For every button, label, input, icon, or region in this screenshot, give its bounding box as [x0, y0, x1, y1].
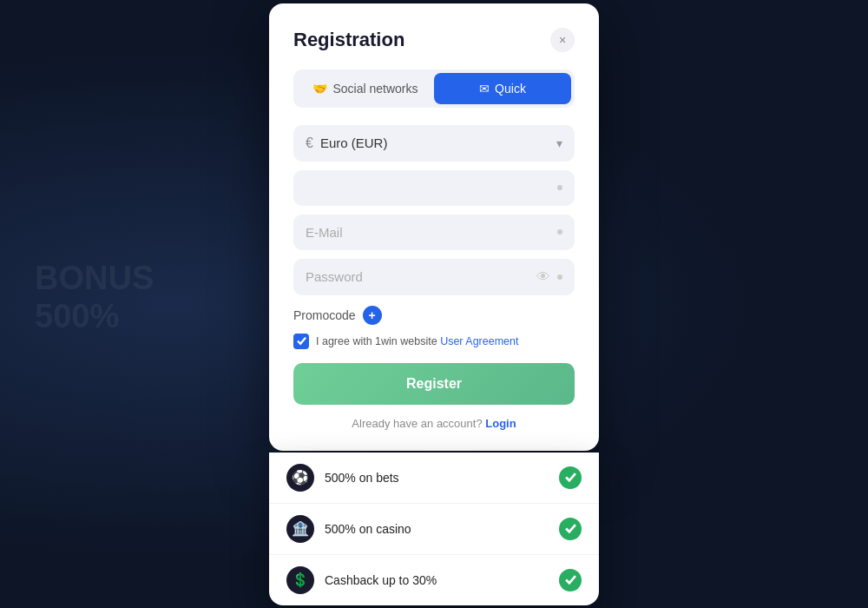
phone-group — [293, 170, 575, 206]
eye-icon[interactable]: 👁 — [536, 269, 550, 285]
email-group — [293, 215, 575, 250]
currency-value: Euro (EUR) — [320, 135, 556, 150]
promocode-row: Promocode + — [293, 306, 575, 325]
tab-quick-label: Quick — [495, 82, 526, 96]
tab-social-networks[interactable]: 🤝 Social networks — [297, 73, 434, 104]
currency-select[interactable]: € Euro (EUR) ▾ — [293, 125, 575, 162]
benefits-panel: ⚽ 500% on bets 🏦 500% on casino 💲 Cashba… — [269, 453, 599, 605]
login-link[interactable]: Login — [485, 417, 516, 430]
required-dot-pass — [557, 274, 562, 280]
sports-icon: ⚽ — [286, 464, 314, 492]
check-cashback — [559, 569, 582, 591]
phone-input-icons — [557, 185, 562, 190]
euro-icon: € — [306, 135, 313, 151]
required-dot-email — [557, 229, 562, 235]
agreement-checkbox[interactable] — [293, 334, 309, 349]
check-casino — [559, 518, 582, 540]
social-icon: 🤝 — [312, 82, 327, 96]
modal-header: Registration × — [293, 28, 575, 52]
benefit-cashback-text: Cashback up to 30% — [325, 573, 549, 587]
left-background-panel: BONUS 500% — [35, 261, 154, 333]
check-bets — [559, 466, 582, 489]
phone-input-wrapper — [293, 170, 575, 206]
modal-title: Registration — [293, 29, 404, 51]
currency-group: € Euro (EUR) ▾ — [293, 125, 575, 162]
login-prompt: Already have an account? — [352, 417, 482, 430]
cashback-icon: 💲 — [286, 566, 314, 594]
promocode-add-button[interactable]: + — [363, 306, 382, 325]
login-row: Already have an account? Login — [293, 417, 575, 430]
email-input[interactable] — [306, 225, 557, 240]
agreement-text: I agree with 1win website User Agreement — [316, 335, 518, 347]
registration-modal: Registration × 🤝 Social networks ✉ Quick… — [269, 3, 599, 451]
password-input[interactable] — [306, 269, 536, 284]
password-input-wrapper: 👁 — [293, 259, 575, 295]
tab-row: 🤝 Social networks ✉ Quick — [293, 69, 575, 108]
benefit-cashback: 💲 Cashback up to 30% — [269, 555, 599, 605]
benefit-bets-text: 500% on bets — [325, 471, 549, 485]
agreement-row: I agree with 1win website User Agreement — [293, 334, 575, 349]
casino-icon: 🏦 — [286, 515, 314, 543]
register-button[interactable]: Register — [293, 363, 575, 405]
promocode-label: Promocode — [293, 308, 356, 322]
benefit-casino-text: 500% on casino — [325, 522, 549, 536]
envelope-icon: ✉ — [479, 82, 490, 96]
modal-wrapper: Registration × 🤝 Social networks ✉ Quick… — [269, 3, 599, 605]
phone-input[interactable] — [306, 181, 557, 195]
close-button[interactable]: × — [550, 28, 575, 52]
benefit-bets: ⚽ 500% on bets — [269, 453, 599, 504]
required-dot — [557, 185, 562, 190]
benefit-casino: 🏦 500% on casino — [269, 504, 599, 555]
password-group: 👁 — [293, 259, 575, 295]
chevron-down-icon: ▾ — [556, 136, 562, 150]
tab-social-label: Social networks — [332, 82, 418, 96]
password-input-icons: 👁 — [536, 269, 562, 285]
email-input-icons — [557, 229, 562, 235]
user-agreement-link[interactable]: User Agreement — [440, 335, 518, 347]
tab-quick[interactable]: ✉ Quick — [434, 73, 571, 104]
email-input-wrapper — [293, 215, 575, 250]
